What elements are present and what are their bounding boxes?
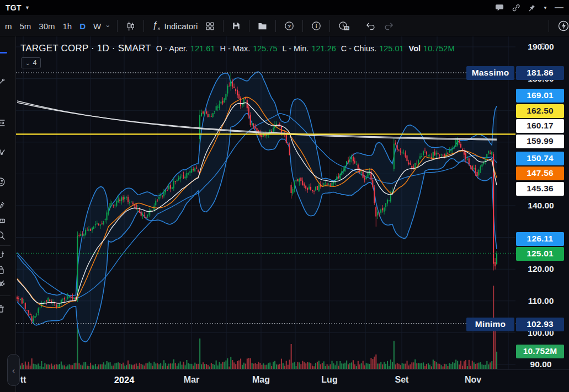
trendline-tool[interactable] [0,76,7,89]
divider [0,245,10,246]
price-scale-chip: 125.01 [516,247,564,261]
chevron-down-icon[interactable]: ▼ [543,6,547,10]
price-scale-chip: 102.93 [516,318,564,331]
brush-tool[interactable] [0,198,7,212]
indicators-button[interactable]: ƒ× Indicatori [148,18,201,34]
chart-pane: TARGET CORP · 1D · SMART O - Aper.121.61… [16,36,569,392]
active-tool-indicator[interactable] [0,52,7,53]
time-axis-label: Nov [465,375,481,385]
time-axis-label: tt [20,375,26,385]
price-scale-chip: 181.86 [516,66,564,80]
divider [117,20,118,32]
price-level-name-chip: Massimo [466,66,514,80]
timeframe-m[interactable]: m [1,20,16,33]
chart-type-button[interactable] [122,19,139,34]
timeframe-group: m5m30m1hDW [1,20,105,33]
xabcd-pattern-tool[interactable] [0,146,7,159]
price-scale-chip: 159.99 [516,135,564,148]
price-scale[interactable]: 190.00180.00140.00120.00110.00100.0090.0… [516,36,569,369]
folder-button[interactable] [254,20,271,33]
time-axis-label: Mag [252,375,270,385]
drawing-toolbar [0,36,16,392]
timeframe-5m[interactable]: 5m [16,20,35,33]
collapse-drawbar-button[interactable]: ‹ [7,354,20,386]
legend-ohlc-label: H - Max. [220,44,250,53]
price-axis-label: 120.00 [516,264,566,275]
divider [549,20,549,32]
divider [0,296,10,296]
svg-text:?: ? [288,23,291,29]
time-axis-label: Lug [321,375,337,385]
info-button[interactable]: i [307,19,325,33]
divider [329,20,330,32]
market-status-icon[interactable] [554,18,569,34]
session-clock-button[interactable]: 24 [334,19,354,33]
emoji-tool[interactable] [0,175,7,189]
link-icon[interactable] [512,3,520,12]
price-scale-chip: 145.36 [516,182,564,196]
lock-tool[interactable] [0,263,7,276]
price-scale-chip: 126.11 [516,232,564,246]
zoom-tool[interactable] [0,229,7,242]
chevron-down-icon[interactable]: ⌄ [105,21,110,29]
layout-grid-button[interactable] [201,19,219,33]
time-axis-label: Set [395,375,409,385]
symbol-title: TGT [6,3,22,12]
magnet-tool[interactable] [0,249,7,262]
timeframe-D[interactable]: D [76,20,89,33]
divider [249,20,249,32]
price-axis-label: 140.00 [516,200,566,211]
save-button[interactable] [228,19,244,33]
legend-ohlc-label: C - Chius. [341,44,376,53]
legend-ohlc-value: 125.01 [379,44,403,53]
fx-icon: ƒ× [152,20,160,31]
fib-retracement-tool[interactable] [0,116,7,130]
legend-ohlc: O - Aper.121.61H - Max.125.75L - Min.121… [156,44,455,53]
price-axis-label: 110.00 [516,296,566,307]
help-button[interactable]: ? [280,19,298,33]
time-axis-label: 2024 [114,375,135,385]
titlebar: TGT ▼ ▼ — [0,0,569,16]
time-scale[interactable]: tt2024MarMagLugSetNov [16,369,569,392]
undo-button[interactable] [361,19,380,33]
chevron-down-icon: ▼ [25,5,30,10]
price-scale-chip: 169.01 [516,89,564,103]
main-toolbar: m5m30m1hDW ⌄ ƒ× Indicatori ? i [0,16,569,36]
chevron-down-icon: ⌄ [25,60,30,66]
timeframe-30m[interactable]: 30m [35,20,59,33]
legend-volume-label: Vol [409,44,421,53]
timeframe-W[interactable]: W [89,20,105,33]
trading-app-window: TGT ▼ ▼ — m5m30m1hDW ⌄ ƒ× Indicatori [0,0,569,392]
divider [302,20,303,32]
legend-ohlc-value: 121.26 [311,44,336,53]
divider [143,20,144,32]
delete-drawings-tool[interactable] [0,302,7,315]
legend-symbol-title[interactable]: TARGET CORP · 1D · SMART [20,43,151,54]
legend-volume-value: 10.752M [423,44,454,53]
minimize-icon[interactable]: — [555,3,563,13]
pin-icon[interactable] [528,4,536,12]
legend-ohlc-value: 121.61 [190,44,215,53]
price-chart-canvas[interactable] [16,36,569,392]
symbol-switcher[interactable]: TGT ▼ [6,3,30,12]
price-scale-chip: 162.50 [516,104,564,118]
chart-workspace: TARGET CORP · 1D · SMART O - Aper.121.61… [0,36,569,392]
price-scale-chip: 147.56 [516,167,564,180]
legend-ohlc-value: 125.75 [253,44,277,53]
price-scale-chip: 160.17 [516,119,564,133]
redo-button[interactable] [380,19,398,33]
legend-ohlc-label: L - Min. [283,44,309,53]
legend-ohlc-label: O - Aper. [156,44,188,53]
measure-tool[interactable] [0,214,7,227]
time-axis-label: Mar [184,375,199,385]
price-axis-label: 190.00 [516,41,566,52]
price-scale-chip: 150.74 [516,152,564,165]
timeframe-1h[interactable]: 1h [59,20,76,33]
ideas-chat-icon[interactable] [495,3,504,12]
price-scale-chip: 10.752M [516,345,564,358]
collapsed-indicators-button[interactable]: ⌄ 4 [21,57,41,68]
divider [223,20,224,32]
price-level-name-chip: Minimo [466,318,514,331]
hide-drawings-tool[interactable] [0,277,7,291]
svg-text:i: i [316,23,317,29]
